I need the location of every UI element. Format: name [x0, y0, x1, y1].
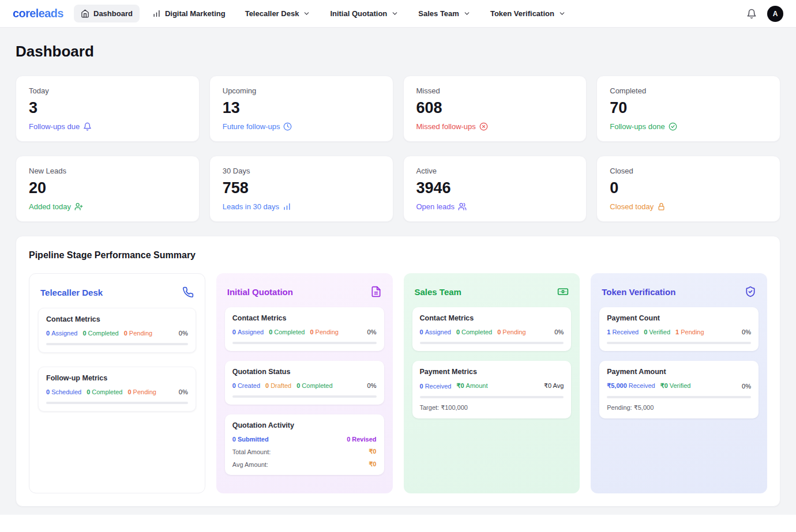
- activity-row: Avg Amount: ₹0: [232, 461, 377, 468]
- closed-today-link[interactable]: Closed today: [610, 202, 666, 211]
- nav-label: Telecaller Desk: [245, 9, 299, 18]
- metric-percent: 0%: [742, 383, 751, 390]
- bar-chart-icon: [283, 202, 291, 211]
- progress-bar: [607, 396, 751, 398]
- stat-value: 0: [610, 179, 767, 197]
- followups-done-link[interactable]: Follow-ups done: [610, 122, 677, 131]
- metric-percent: 0%: [367, 382, 377, 389]
- stat-sub-label: Leads in 30 days: [223, 202, 279, 211]
- nav-item-initial-quotation[interactable]: Initial Quotation: [323, 5, 405, 22]
- metric-stat: 0Completed: [82, 330, 118, 337]
- metric-stat: 0Scheduled: [46, 388, 81, 395]
- stat-value: 70: [610, 99, 767, 117]
- stat-value: 13: [223, 99, 380, 117]
- stat-value: 20: [29, 179, 186, 197]
- nav-label: Sales Team: [418, 9, 459, 18]
- metric-stat: 0Completed: [87, 388, 122, 395]
- leads-30-days-link[interactable]: Leads in 30 days: [223, 202, 291, 211]
- metric-stat: 0Pending: [497, 329, 526, 335]
- pipeline-title: Pipeline Stage Performance Summary: [29, 250, 767, 261]
- missed-followups-link[interactable]: Missed follow-ups: [416, 122, 488, 131]
- nav-item-digital-marketing[interactable]: Digital Marketing: [145, 5, 232, 22]
- activity-row: Total Amount: ₹0: [232, 448, 377, 455]
- phone-icon: [182, 286, 194, 298]
- stat-sub-label: Follow-ups due: [29, 122, 80, 131]
- column-title: Telecaller Desk: [40, 288, 103, 297]
- metric-avg: ₹0 Avg: [544, 382, 564, 390]
- nav-label: Token Verification: [490, 9, 554, 18]
- lock-icon: [657, 202, 666, 211]
- metric-stat: 0Completed: [296, 382, 332, 389]
- nav-item-telecaller-desk[interactable]: Telecaller Desk: [238, 5, 318, 22]
- column-header: Token Verification: [599, 282, 759, 307]
- nav-label: Initial Quotation: [330, 9, 387, 18]
- stat-card-closed: Closed 0 Closed today: [596, 156, 780, 222]
- stat-sub-label: Closed today: [610, 202, 654, 211]
- stat-card-today: Today 3 Follow-ups due: [16, 76, 200, 142]
- metric-stat: 1Pending: [675, 329, 704, 335]
- metric-card-contact-metrics: Contact Metrics 0Assigned 0Completed 0Pe…: [412, 307, 572, 351]
- added-today-link[interactable]: Added today: [29, 202, 83, 211]
- metric-card-payment-amount: Payment Amount ₹5,000Received ₹0Verified…: [599, 361, 759, 418]
- stat-value: 758: [223, 179, 380, 197]
- followups-due-link[interactable]: Follow-ups due: [29, 122, 92, 131]
- activity-left: Total Amount:: [232, 448, 271, 455]
- progress-bar: [46, 402, 188, 404]
- pipeline-column-telecaller-desk: Telecaller Desk Contact Metrics 0Assigne…: [29, 273, 205, 493]
- metric-stat: 0Pending: [310, 329, 339, 335]
- metric-title: Contact Metrics: [46, 315, 188, 323]
- stat-sub-label: Follow-ups done: [610, 122, 664, 131]
- metric-percent: 0%: [179, 330, 188, 337]
- metric-title: Follow-up Metrics: [46, 374, 188, 382]
- activity-left: Avg Amount:: [232, 461, 268, 468]
- metric-card-contact-metrics: Contact Metrics 0Assigned 0Completed 0Pe…: [38, 308, 196, 353]
- chevron-down-icon: [303, 10, 310, 17]
- metric-card-contact-metrics: Contact Metrics 0Assigned 0Completed 0Pe…: [225, 307, 384, 351]
- progress-bar: [232, 342, 377, 344]
- user-plus-icon: [74, 202, 83, 211]
- nav-item-token-verification[interactable]: Token Verification: [483, 5, 573, 22]
- stat-label: Missed: [416, 86, 574, 95]
- nav-item-sales-team[interactable]: Sales Team: [411, 5, 478, 22]
- activity-right: ₹0: [369, 461, 376, 468]
- metric-percent: 0%: [742, 329, 751, 335]
- column-title: Initial Quotation: [227, 287, 293, 297]
- stat-label: 30 Days: [223, 167, 380, 175]
- notification-bell-icon[interactable]: [746, 9, 757, 19]
- brand-logo[interactable]: coreleads: [13, 7, 63, 20]
- metric-stat: 0Verified: [644, 329, 670, 335]
- x-circle-icon: [479, 122, 488, 131]
- nav-item-dashboard[interactable]: Dashboard: [74, 5, 140, 22]
- metric-percent: 0%: [179, 388, 188, 395]
- metric-stat: 0Assigned: [420, 329, 451, 335]
- column-title: Token Verification: [602, 287, 675, 297]
- stat-label: Active: [416, 167, 574, 175]
- chevron-down-icon: [463, 10, 471, 17]
- activity-left: 0 Submitted: [232, 436, 269, 443]
- chevron-down-icon: [558, 10, 566, 17]
- bar-chart-icon: [152, 9, 161, 18]
- metric-stat: 0Completed: [456, 329, 492, 335]
- pipeline-summary-section: Pipeline Stage Performance Summary Telec…: [16, 236, 780, 507]
- avatar[interactable]: A: [767, 6, 783, 22]
- progress-bar: [232, 395, 377, 398]
- nav-items: Dashboard Digital Marketing Telecaller D…: [74, 5, 739, 22]
- stat-label: Today: [29, 86, 186, 95]
- metric-card-quotation-status: Quotation Status 0Created 0Drafted 0Comp…: [225, 361, 384, 405]
- column-header: Telecaller Desk: [38, 282, 196, 308]
- stat-card-30-days: 30 Days 758 Leads in 30 days: [209, 156, 393, 222]
- pipeline-column-initial-quotation: Initial Quotation Contact Metrics 0Assig…: [216, 273, 393, 493]
- metric-stat: 1Received: [607, 329, 639, 335]
- metric-stat: 0Pending: [124, 330, 153, 337]
- pending-footnote: Pending: ₹5,000: [607, 404, 751, 412]
- future-followups-link[interactable]: Future follow-ups: [223, 122, 292, 131]
- pipeline-column-sales-team: Sales Team Contact Metrics 0Assigned 0Co…: [404, 273, 580, 493]
- open-leads-link[interactable]: Open leads: [416, 202, 467, 211]
- metric-stat: 0Drafted: [265, 382, 291, 389]
- stat-card-completed: Completed 70 Follow-ups done: [596, 76, 780, 142]
- metric-title: Payment Amount: [607, 368, 751, 376]
- stat-label: Closed: [610, 167, 767, 175]
- stat-label: New Leads: [29, 167, 186, 175]
- stats-grid: Today 3 Follow-ups due Upcoming 13 Futur…: [16, 76, 780, 222]
- activity-row: 0 Submitted 0 Revised: [232, 436, 377, 443]
